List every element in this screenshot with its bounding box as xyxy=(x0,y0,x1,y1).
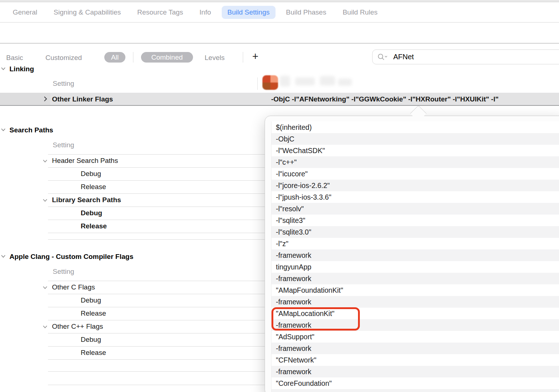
view-levels[interactable]: Levels xyxy=(205,54,225,62)
build-settings-filter-bar: Basic Customized All Combined Levels + xyxy=(0,23,559,44)
row-left-shade xyxy=(0,93,50,105)
search-input[interactable] xyxy=(393,53,502,61)
section-title-linking: Linking xyxy=(9,65,34,73)
config-row[interactable]: Release xyxy=(81,346,106,359)
linker-flag-item[interactable]: -l"sqlite3.0" xyxy=(272,226,559,238)
tab-resource-tags[interactable]: Resource Tags xyxy=(131,6,189,19)
config-row[interactable]: Release xyxy=(81,180,106,193)
linker-flag-item[interactable]: -framework xyxy=(272,366,559,377)
linker-flag-item[interactable]: -l"jpush-ios-3.3.6" xyxy=(272,191,559,203)
filter-divider xyxy=(243,52,243,63)
scope-basic[interactable]: Basic xyxy=(6,54,23,62)
view-combined-pill[interactable]: Combined xyxy=(141,52,193,63)
linker-flag-item[interactable]: $(inherited) xyxy=(272,121,559,133)
linker-flag-item[interactable]: -l"WeChatSDK" xyxy=(272,145,559,156)
chevron-down-icon[interactable] xyxy=(1,255,6,258)
linker-flag-item[interactable]: "AdSupport" xyxy=(272,331,559,343)
column-header-setting: Setting xyxy=(53,141,74,149)
linker-flag-item[interactable]: -ObjC xyxy=(272,133,559,145)
blurred-text-smudge xyxy=(320,76,335,85)
tab-build-rules[interactable]: Build Rules xyxy=(337,6,383,19)
search-icon xyxy=(377,53,388,61)
blurred-app-icon xyxy=(262,75,278,90)
setting-row[interactable]: Other C++ Flags xyxy=(52,320,103,333)
window-top-strip xyxy=(0,0,559,2)
column-header-setting: Setting xyxy=(53,268,74,276)
linker-flag-item[interactable]: "CFNetwork" xyxy=(272,354,559,366)
linker-flag-item[interactable]: -l"icucore" xyxy=(272,168,559,180)
linker-flag-item[interactable]: "AMapFoundationKit" xyxy=(272,284,559,296)
chevron-down-icon[interactable] xyxy=(43,325,48,329)
section-title-search-paths: Search Paths xyxy=(9,126,53,134)
setting-name: Other Linker Flags xyxy=(52,93,113,106)
row-divider xyxy=(48,233,265,233)
linker-flag-item[interactable]: -l"sqlite3" xyxy=(272,215,559,226)
tab-build-phases[interactable]: Build Phases xyxy=(280,6,332,19)
linker-flag-item[interactable]: -framework xyxy=(272,343,559,354)
blurred-text-smudge xyxy=(295,77,315,85)
config-row[interactable]: Debug xyxy=(81,167,101,180)
scope-all-pill[interactable]: All xyxy=(104,52,125,63)
linker-flag-item[interactable]: -framework xyxy=(272,296,559,308)
tab-signing-capabilities[interactable]: Signing & Capabilities xyxy=(48,6,127,19)
xcode-build-settings-window: GeneralSigning & CapabilitiesResource Ta… xyxy=(0,0,559,392)
linker-flag-item[interactable]: tingyunApp xyxy=(272,261,559,273)
linker-flag-item[interactable]: -framework xyxy=(272,273,559,284)
chevron-down-icon[interactable] xyxy=(43,159,48,163)
search-field[interactable] xyxy=(372,49,559,64)
column-separator xyxy=(257,77,258,90)
blurred-text-smudge xyxy=(280,76,290,87)
tab-general[interactable]: General xyxy=(7,6,43,19)
config-row[interactable]: Release xyxy=(81,307,106,320)
blurred-text-smudge xyxy=(338,79,352,86)
column-header-setting: Setting xyxy=(53,80,74,88)
project-editor-tab-bar: GeneralSigning & CapabilitiesResource Ta… xyxy=(0,3,559,23)
chevron-down-icon[interactable] xyxy=(1,67,6,71)
linker-flag-item[interactable]: -framework xyxy=(272,389,559,392)
row-divider xyxy=(48,385,265,385)
config-row[interactable]: Release xyxy=(81,220,107,233)
annotation-red-box xyxy=(272,307,360,331)
linker-flag-item[interactable]: -framework xyxy=(272,249,559,261)
config-row[interactable]: Debug xyxy=(81,333,101,346)
row-divider xyxy=(48,359,265,360)
linker-flag-item[interactable]: -l"c++" xyxy=(272,156,559,168)
linker-flag-item[interactable]: -l"resolv" xyxy=(272,203,559,215)
config-row[interactable]: Debug xyxy=(81,207,102,220)
config-row[interactable]: Debug xyxy=(81,294,101,307)
setting-row[interactable]: Other C Flags xyxy=(52,281,95,294)
setting-row[interactable]: Library Search Paths xyxy=(52,193,121,207)
linker-flag-item[interactable]: -l"jcore-ios-2.6.2" xyxy=(272,180,559,191)
tab-build-settings[interactable]: Build Settings xyxy=(222,6,276,19)
linker-flags-list: $(inherited)-ObjC-l"WeChatSDK"-l"c++"-l"… xyxy=(271,121,559,392)
setting-row[interactable]: Header Search Paths xyxy=(52,154,118,167)
chevron-right-icon[interactable] xyxy=(44,96,47,102)
add-build-setting-button[interactable]: + xyxy=(252,51,258,63)
scope-customized[interactable]: Customized xyxy=(45,54,82,62)
setting-value[interactable]: -ObjC -l"AFNetworking" -l"GGWkCookie" -l… xyxy=(271,93,499,106)
linker-flag-item[interactable]: -l"z" xyxy=(272,238,559,249)
section-title-compiler-flags: Apple Clang - Custom Compiler Flags xyxy=(9,253,133,261)
row-divider xyxy=(48,239,265,240)
chevron-down-icon[interactable] xyxy=(43,286,48,289)
chevron-down-icon[interactable] xyxy=(43,199,48,202)
filter-divider xyxy=(133,52,133,63)
linker-flag-item[interactable]: "CoreFoundation" xyxy=(272,377,559,389)
tab-info[interactable]: Info xyxy=(194,6,217,19)
chevron-down-icon[interactable] xyxy=(1,128,6,132)
row-divider xyxy=(48,371,265,372)
